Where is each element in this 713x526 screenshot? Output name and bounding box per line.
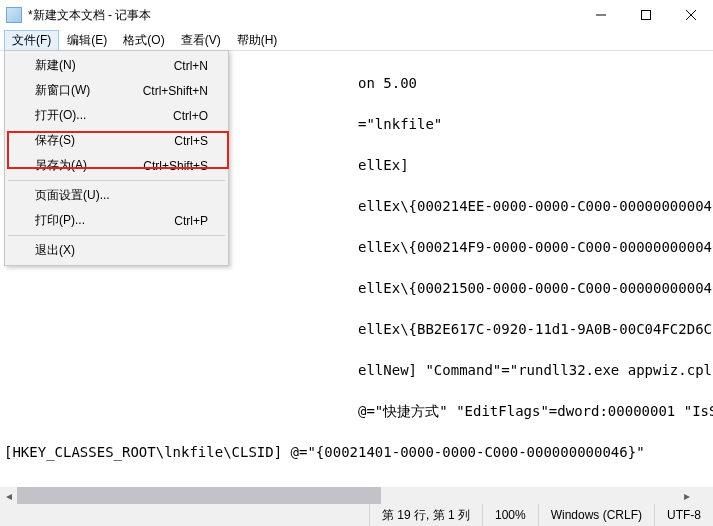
menu-item-label: 新窗口(W) bbox=[35, 82, 90, 99]
menu-item-label: 另存为(A)... bbox=[35, 157, 97, 174]
menu-view[interactable]: 查看(V) bbox=[173, 30, 229, 51]
menu-item-page-setup[interactable]: 页面设置(U)... bbox=[7, 183, 226, 208]
menu-item-label: 新建(N) bbox=[35, 57, 76, 74]
menu-help[interactable]: 帮助(H) bbox=[229, 30, 286, 51]
menu-format[interactable]: 格式(O) bbox=[115, 30, 172, 51]
menu-item-exit[interactable]: 退出(X) bbox=[7, 238, 226, 263]
horizontal-scrollbar[interactable]: ◂ ▸ bbox=[0, 487, 695, 504]
menu-separator bbox=[8, 180, 225, 181]
menu-item-accel: Ctrl+O bbox=[173, 109, 208, 123]
window-title: *新建文本文档 - 记事本 bbox=[28, 7, 578, 24]
minimize-button[interactable] bbox=[578, 0, 623, 30]
scroll-right-icon[interactable]: ▸ bbox=[678, 487, 695, 504]
menu-item-open[interactable]: 打开(O)...Ctrl+O bbox=[7, 103, 226, 128]
scroll-corner bbox=[695, 487, 713, 504]
menu-item-print[interactable]: 打印(P)...Ctrl+P bbox=[7, 208, 226, 233]
text-line: ellEx\{BB2E617C-0920-11d1-9A0B-00C04FC2D… bbox=[4, 319, 713, 340]
menu-item-save-as[interactable]: 另存为(A)...Ctrl+Shift+S bbox=[7, 153, 226, 178]
menu-edit[interactable]: 编辑(E) bbox=[59, 30, 115, 51]
menu-item-save[interactable]: 保存(S)Ctrl+S bbox=[7, 128, 226, 153]
titlebar: *新建文本文档 - 记事本 bbox=[0, 0, 713, 30]
menu-item-label: 退出(X) bbox=[35, 242, 75, 259]
menu-item-accel: Ctrl+N bbox=[174, 59, 208, 73]
app-icon bbox=[6, 7, 22, 23]
text-line: [HKEY_CLASSES_ROOT\lnkfile\CLSID] @="{00… bbox=[4, 442, 713, 463]
menu-item-accel: Ctrl+Shift+S bbox=[143, 159, 208, 173]
menu-item-accel: Ctrl+P bbox=[174, 214, 208, 228]
menu-separator bbox=[8, 235, 225, 236]
scroll-thumb[interactable] bbox=[17, 487, 381, 504]
menu-item-label: 打印(P)... bbox=[35, 212, 85, 229]
status-zoom: 100% bbox=[482, 504, 538, 526]
menu-item-accel: Ctrl+Shift+N bbox=[143, 84, 208, 98]
close-button[interactable] bbox=[668, 0, 713, 30]
menu-item-label: 页面设置(U)... bbox=[35, 187, 110, 204]
status-position: 第 19 行, 第 1 列 bbox=[369, 504, 482, 526]
scroll-track[interactable] bbox=[17, 487, 678, 504]
file-menu-dropdown: 新建(N)Ctrl+N 新窗口(W)Ctrl+Shift+N 打开(O)...C… bbox=[4, 50, 229, 266]
window-controls bbox=[578, 0, 713, 30]
status-encoding: UTF-8 bbox=[654, 504, 713, 526]
menu-file[interactable]: 文件(F) bbox=[4, 30, 59, 51]
scroll-left-icon[interactable]: ◂ bbox=[0, 487, 17, 504]
maximize-button[interactable] bbox=[623, 0, 668, 30]
svg-rect-1 bbox=[641, 11, 650, 20]
menu-item-label: 打开(O)... bbox=[35, 107, 86, 124]
text-line: @="快捷方式" "EditFlags"=dword:00000001 "IsS… bbox=[4, 401, 713, 422]
menubar: 文件(F) 编辑(E) 格式(O) 查看(V) 帮助(H) bbox=[0, 30, 713, 50]
menu-item-label: 保存(S) bbox=[35, 132, 75, 149]
text-line: ellEx\{00021500-0000-0000-C000-000000000… bbox=[4, 278, 713, 299]
menu-item-accel: Ctrl+S bbox=[174, 134, 208, 148]
menu-item-new-window[interactable]: 新窗口(W)Ctrl+Shift+N bbox=[7, 78, 226, 103]
status-eol: Windows (CRLF) bbox=[538, 504, 654, 526]
text-line: ellNew] "Command"="rundll32.exe appwiz.c… bbox=[4, 360, 713, 381]
text-line: [HKEY_CLASSES_ROOT\lnkfile\shellex] bbox=[4, 483, 713, 487]
statusbar: 第 19 行, 第 1 列 100% Windows (CRLF) UTF-8 bbox=[0, 504, 713, 526]
menu-item-new[interactable]: 新建(N)Ctrl+N bbox=[7, 53, 226, 78]
